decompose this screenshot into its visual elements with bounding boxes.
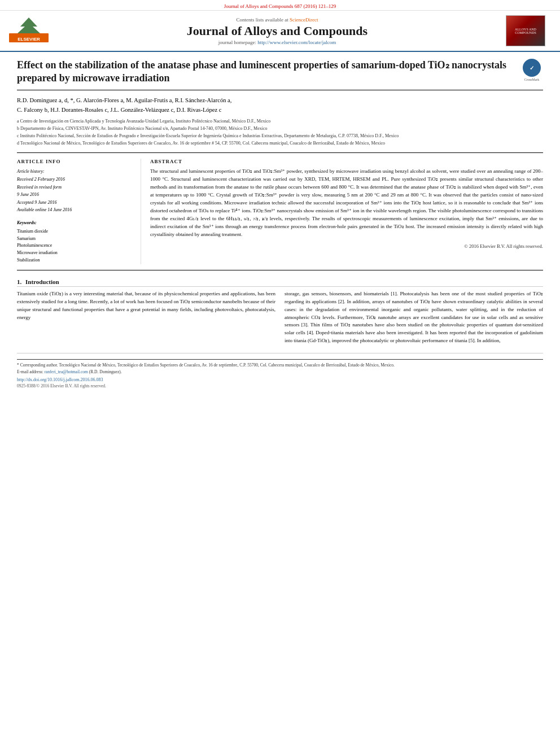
footer-copyright: 0925-8388/© 2016 Elsevier B.V. All right… — [17, 383, 543, 388]
elsevier-logo: ELSEVIER — [9, 16, 49, 46]
journal-title: Journal of Alloys and Compounds — [58, 24, 497, 38]
sciencedirect-link[interactable]: ScienceDirect — [290, 17, 318, 23]
authors-line1: R.D. Dominguez a, d, *, G. Alarcón-Flore… — [17, 96, 543, 106]
footer-section: * Corresponding author. Tecnológico Naci… — [17, 353, 543, 388]
abstract-col: ABSTRACT The structural and luminescent … — [150, 159, 543, 264]
homepage-url[interactable]: http://www.elsevier.com/locate/jalcom — [257, 40, 336, 45]
authors: R.D. Dominguez a, d, *, G. Alarcón-Flore… — [17, 96, 543, 115]
intro-left-col: Titanium oxide (TiO₂) is a very interest… — [17, 290, 275, 346]
article-info-abstract: ARTICLE INFO Article history: Received 2… — [17, 152, 543, 270]
article-history: Article history: Received 2 February 201… — [17, 168, 133, 214]
journal-homepage: journal homepage: http://www.elsevier.co… — [58, 40, 497, 45]
article-title-section: Effect on the stabilization of the anata… — [17, 59, 543, 90]
keyword-1: Titanium dioxide — [17, 228, 133, 235]
revised-date: 9 June 2016 — [17, 191, 133, 199]
keywords-title: Keywords: — [17, 220, 133, 227]
received-date: Received 2 February 2016 — [17, 176, 133, 184]
intro-right-col: storage, gas sensors, biosensors, and bi… — [285, 290, 543, 346]
keywords-section: Keywords: Titanium dioxide Samarium Phot… — [17, 220, 133, 264]
intro-heading: Introduction — [25, 278, 59, 285]
email-address[interactable]: ranferi_tea@hotmail.com — [45, 369, 88, 374]
svg-marker-2 — [18, 18, 40, 33]
crossmark-area: ✓ CrossMark — [520, 59, 543, 81]
article-info-heading: ARTICLE INFO — [17, 159, 133, 164]
intro-right-text: storage, gas sensors, biosensors, and bi… — [285, 290, 543, 346]
doi-line[interactable]: http://dx.doi.org/10.1016/j.jallcom.2016… — [17, 377, 543, 382]
page-header: ELSEVIER Contents lists available at Sci… — [0, 11, 560, 52]
crossmark-badge[interactable]: ✓ — [523, 59, 541, 77]
history-heading: Article history: — [17, 168, 133, 176]
journal-citation: Journal of Alloys and Compounds 687 (201… — [224, 3, 336, 9]
accepted-date: Accepted 9 June 2016 — [17, 199, 133, 207]
available-date: Available online 14 June 2016 — [17, 206, 133, 214]
intro-number: 1. — [17, 278, 21, 285]
received-revised-label: Received in revised form — [17, 184, 133, 191]
affil-c: c Instituto Politécnico Nacional, Secció… — [17, 133, 543, 139]
journal-thumbnail: ALLOYS AND COMPOUNDS — [506, 15, 545, 46]
affil-d: d Tecnológico Nacional de México, Tecnol… — [17, 140, 543, 147]
affiliations: a Centro de Investigación en Ciencia Apl… — [17, 118, 543, 147]
corresponding-note: * Corresponding author. Tecnológico Naci… — [17, 362, 543, 368]
article-title: Effect on the stabilization of the anata… — [17, 59, 515, 85]
svg-text:ELSEVIER: ELSEVIER — [18, 37, 40, 42]
affil-a: a Centro de Investigación en Ciencia Apl… — [17, 118, 543, 125]
email-note: (R.D. Dominguez). — [89, 369, 122, 374]
intro-title: 1. Introduction — [17, 278, 543, 287]
contents-line: Contents lists available at ScienceDirec… — [58, 17, 497, 23]
keyword-3: Photoluminescence — [17, 242, 133, 250]
journal-thumbnail-area: ALLOYS AND COMPOUNDS — [506, 15, 551, 46]
email-line: E-mail address: ranferi_tea@hotmail.com … — [17, 369, 543, 375]
footer-divider — [17, 359, 543, 360]
introduction-section: 1. Introduction Titanium oxide (TiO₂) is… — [17, 278, 543, 346]
intro-left-text: Titanium oxide (TiO₂) is a very interest… — [17, 290, 275, 322]
crossmark-label: CrossMark — [524, 78, 540, 81]
intro-two-col: Titanium oxide (TiO₂) is a very interest… — [17, 290, 543, 346]
email-label: E-mail address: — [17, 369, 43, 374]
main-content: Effect on the stabilization of the anata… — [0, 52, 560, 397]
keyword-5: Stabilization — [17, 257, 133, 264]
article-info-col: ARTICLE INFO Article history: Received 2… — [17, 159, 141, 264]
abstract-text: The structural and luminescent propertie… — [150, 168, 543, 238]
abstract-heading: ABSTRACT — [150, 159, 543, 164]
authors-line2: C. Falcony b, H.J. Dorantes-Rosales c, J… — [17, 106, 543, 115]
keyword-2: Samarium — [17, 235, 133, 243]
affil-b: b Departamento de Física, CINVESTAV-IPN,… — [17, 125, 543, 132]
header-center: Contents lists available at ScienceDirec… — [58, 17, 497, 45]
keyword-4: Microwave irradiation — [17, 250, 133, 257]
abstract-copyright: © 2016 Elsevier B.V. All rights reserved… — [150, 243, 543, 249]
journal-bar: Journal of Alloys and Compounds 687 (201… — [0, 0, 560, 11]
